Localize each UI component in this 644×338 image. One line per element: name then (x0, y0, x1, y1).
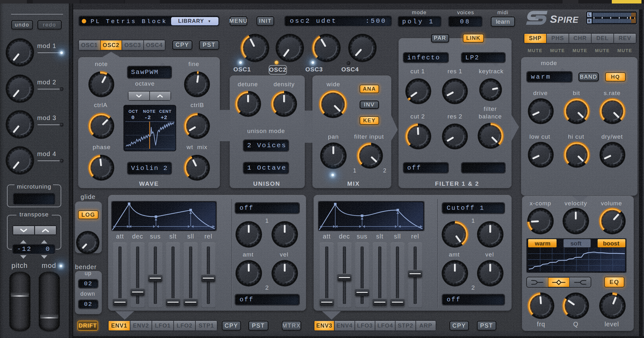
svg-text:OCT: OCT (128, 109, 138, 114)
svg-text:boost: boost (603, 240, 619, 247)
svg-text:warm: warm (534, 240, 551, 247)
svg-text:+2: +2 (161, 115, 167, 121)
svg-text:NOTE: NOTE (143, 109, 156, 114)
svg-text:CENT: CENT (159, 109, 171, 114)
svg-text:R: R (588, 19, 591, 24)
svg-text:soft: soft (570, 240, 582, 247)
svg-text:0: 0 (131, 115, 134, 121)
svg-text:-2: -2 (144, 115, 151, 121)
svg-text:L: L (588, 13, 590, 17)
svg-text:SPIRE: SPIRE (550, 13, 579, 25)
